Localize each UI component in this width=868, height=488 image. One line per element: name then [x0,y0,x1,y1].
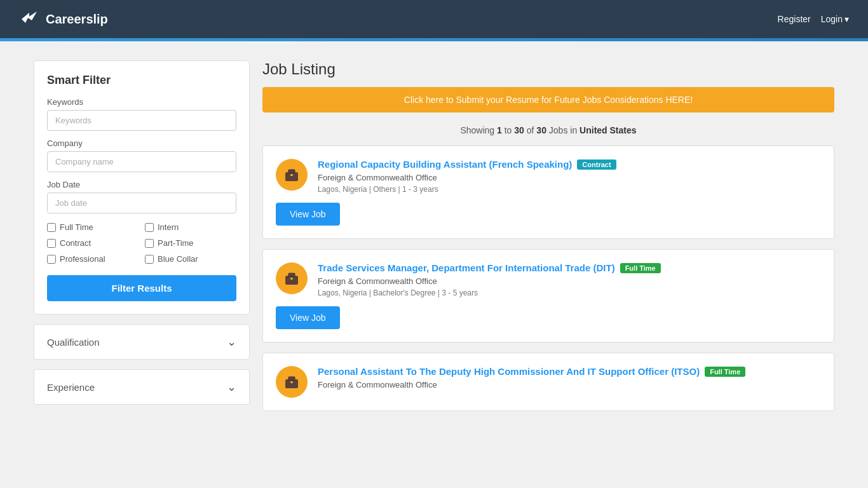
job-header-2: Trade Services Manager, Department For I… [276,262,821,297]
checkbox-parttime[interactable]: Part-Time [145,238,236,248]
showing-location: United States [580,125,636,135]
smart-filter-card: Smart Filter Keywords Company Job Date F… [34,60,250,315]
showing-to: 30 [514,125,524,135]
checkbox-intern-input[interactable] [145,223,154,232]
qualification-section[interactable]: Qualification ⌄ [34,324,250,360]
job-title-line-3: Personal Assistant To The Deputy High Co… [318,366,821,377]
header-nav: Register Login ▾ [778,14,849,24]
sidebar: Smart Filter Keywords Company Job Date F… [34,60,250,414]
checkbox-bluecollar[interactable]: Blue Collar [145,254,236,264]
showing-count: 30 [536,125,546,135]
filter-results-button[interactable]: Filter Results [47,275,236,301]
job-meta-1: Lagos, Nigeria | Others | 1 - 3 years [318,185,821,194]
job-header-3: Personal Assistant To The Deputy High Co… [276,366,821,398]
checkbox-bluecollar-label: Blue Collar [158,254,198,264]
svg-rect-5 [288,273,295,276]
job-title-line-1: Regional Capacity Building Assistant (Fr… [318,159,821,170]
job-info-2: Trade Services Manager, Department For I… [318,262,821,297]
job-icon-3 [276,366,308,398]
job-info-1: Regional Capacity Building Assistant (Fr… [318,159,821,194]
svg-marker-0 [22,11,37,23]
qualification-label: Qualification [47,337,100,348]
header: Careerslip Register Login ▾ [0,0,868,38]
job-date-input[interactable] [47,193,236,214]
chevron-down-icon: ⌄ [227,335,236,349]
svg-rect-6 [290,278,293,280]
job-title-line-2: Trade Services Manager, Department For I… [318,262,821,273]
checkbox-contract-input[interactable] [47,239,56,248]
job-card-2: Trade Services Manager, Department For I… [262,249,834,342]
showing-label: Showing [460,125,494,135]
svg-rect-4 [285,276,298,285]
svg-rect-3 [290,174,293,176]
page-title: Job Listing [262,60,834,78]
showing-from: 1 [497,125,502,135]
svg-rect-7 [285,379,298,388]
experience-section[interactable]: Experience ⌄ [34,369,250,405]
job-icon-2 [276,262,308,294]
checkbox-col-2: Intern Part-Time Blue Collar [145,222,236,264]
logo-text: Careerslip [46,12,108,27]
job-company-2: Foreign & Commonwealth Office [318,276,821,286]
checkbox-professional-label: Professional [60,254,105,264]
keywords-label: Keywords [47,97,236,107]
main-container: Smart Filter Keywords Company Job Date F… [21,60,847,414]
svg-rect-2 [288,170,295,173]
checkbox-parttime-label: Part-Time [158,238,194,248]
checkboxes-container: Full Time Contract Professional Intern [47,222,236,264]
view-job-button-1[interactable]: View Job [276,203,340,226]
job-title-1[interactable]: Regional Capacity Building Assistant (Fr… [318,159,572,170]
login-link[interactable]: Login ▾ [821,14,849,24]
checkbox-bluecollar-input[interactable] [145,255,154,264]
job-badge-1: Contract [577,159,616,170]
svg-rect-1 [285,172,298,181]
resume-banner[interactable]: Click here to Submit your Resume for Fut… [262,87,834,112]
job-title-2[interactable]: Trade Services Manager, Department For I… [318,262,615,273]
job-header-1: Regional Capacity Building Assistant (Fr… [276,159,821,194]
checkbox-intern[interactable]: Intern [145,222,236,232]
smart-filter-title: Smart Filter [47,74,236,87]
showing-text: Showing 1 to 30 of 30 Jobs in United Sta… [262,125,834,135]
job-company-3: Foreign & Commonwealth Office [318,380,821,390]
checkbox-professional-input[interactable] [47,255,56,264]
checkbox-fulltime-input[interactable] [47,223,56,232]
checkbox-professional[interactable]: Professional [47,254,139,264]
job-info-3: Personal Assistant To The Deputy High Co… [318,366,821,390]
checkbox-contract-label: Contract [60,238,91,248]
register-link[interactable]: Register [778,14,811,24]
view-job-button-2[interactable]: View Job [276,306,340,329]
keywords-input[interactable] [47,110,236,131]
content-area: Job Listing Click here to Submit your Re… [262,60,834,414]
company-input[interactable] [47,151,236,172]
experience-label: Experience [47,382,95,393]
company-label: Company [47,139,236,148]
svg-rect-8 [288,377,295,380]
chevron-down-icon: ⌄ [227,380,236,394]
job-title-3[interactable]: Personal Assistant To The Deputy High Co… [318,366,700,377]
job-company-1: Foreign & Commonwealth Office [318,173,821,182]
job-date-label: Job Date [47,180,236,189]
checkbox-col-1: Full Time Contract Professional [47,222,139,264]
checkbox-intern-label: Intern [158,222,179,232]
job-card-3: Personal Assistant To The Deputy High Co… [262,353,834,411]
checkbox-parttime-input[interactable] [145,239,154,248]
checkbox-fulltime[interactable]: Full Time [47,222,139,232]
job-icon-1 [276,159,308,191]
job-badge-3: Full Time [705,367,745,377]
svg-rect-9 [290,381,293,383]
caret-icon: ▾ [844,14,849,24]
checkbox-contract[interactable]: Contract [47,238,139,248]
job-meta-2: Lagos, Nigeria | Bachelor's Degree | 3 -… [318,288,821,297]
job-card-1: Regional Capacity Building Assistant (Fr… [262,146,834,239]
logo[interactable]: Careerslip [19,8,108,30]
job-badge-2: Full Time [620,263,661,273]
accent-bar [0,38,868,41]
checkbox-fulltime-label: Full Time [60,222,93,232]
